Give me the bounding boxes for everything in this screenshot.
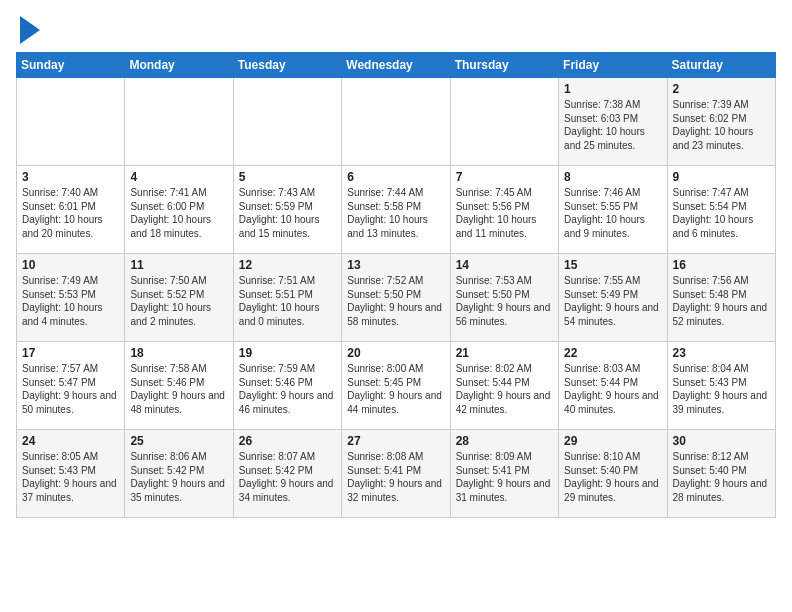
day-number: 16 (673, 258, 770, 272)
day-number: 8 (564, 170, 661, 184)
weekday-header-monday: Monday (125, 53, 233, 78)
day-number: 3 (22, 170, 119, 184)
day-info: Sunrise: 7:39 AM Sunset: 6:02 PM Dayligh… (673, 98, 770, 152)
day-info: Sunrise: 8:00 AM Sunset: 5:45 PM Dayligh… (347, 362, 444, 416)
weekday-header-saturday: Saturday (667, 53, 775, 78)
calendar-cell: 11Sunrise: 7:50 AM Sunset: 5:52 PM Dayli… (125, 254, 233, 342)
day-number: 13 (347, 258, 444, 272)
calendar-cell: 9Sunrise: 7:47 AM Sunset: 5:54 PM Daylig… (667, 166, 775, 254)
day-number: 1 (564, 82, 661, 96)
day-number: 22 (564, 346, 661, 360)
calendar-cell: 23Sunrise: 8:04 AM Sunset: 5:43 PM Dayli… (667, 342, 775, 430)
day-info: Sunrise: 7:49 AM Sunset: 5:53 PM Dayligh… (22, 274, 119, 328)
logo-arrow-icon (20, 16, 40, 44)
day-info: Sunrise: 7:57 AM Sunset: 5:47 PM Dayligh… (22, 362, 119, 416)
calendar-cell: 1Sunrise: 7:38 AM Sunset: 6:03 PM Daylig… (559, 78, 667, 166)
day-info: Sunrise: 8:09 AM Sunset: 5:41 PM Dayligh… (456, 450, 553, 504)
calendar-cell: 12Sunrise: 7:51 AM Sunset: 5:51 PM Dayli… (233, 254, 341, 342)
calendar-cell (125, 78, 233, 166)
page-header (16, 16, 776, 44)
weekday-header-tuesday: Tuesday (233, 53, 341, 78)
day-info: Sunrise: 7:44 AM Sunset: 5:58 PM Dayligh… (347, 186, 444, 240)
calendar-week-2: 3Sunrise: 7:40 AM Sunset: 6:01 PM Daylig… (17, 166, 776, 254)
day-number: 23 (673, 346, 770, 360)
calendar-week-3: 10Sunrise: 7:49 AM Sunset: 5:53 PM Dayli… (17, 254, 776, 342)
day-number: 11 (130, 258, 227, 272)
day-info: Sunrise: 8:04 AM Sunset: 5:43 PM Dayligh… (673, 362, 770, 416)
calendar-cell: 14Sunrise: 7:53 AM Sunset: 5:50 PM Dayli… (450, 254, 558, 342)
day-number: 25 (130, 434, 227, 448)
weekday-header-sunday: Sunday (17, 53, 125, 78)
logo-text (16, 16, 40, 44)
day-info: Sunrise: 7:38 AM Sunset: 6:03 PM Dayligh… (564, 98, 661, 152)
calendar-cell: 28Sunrise: 8:09 AM Sunset: 5:41 PM Dayli… (450, 430, 558, 518)
calendar-cell: 15Sunrise: 7:55 AM Sunset: 5:49 PM Dayli… (559, 254, 667, 342)
logo (16, 16, 40, 44)
day-number: 20 (347, 346, 444, 360)
calendar-week-4: 17Sunrise: 7:57 AM Sunset: 5:47 PM Dayli… (17, 342, 776, 430)
day-info: Sunrise: 7:58 AM Sunset: 5:46 PM Dayligh… (130, 362, 227, 416)
day-number: 19 (239, 346, 336, 360)
calendar-body: 1Sunrise: 7:38 AM Sunset: 6:03 PM Daylig… (17, 78, 776, 518)
weekday-header-thursday: Thursday (450, 53, 558, 78)
day-number: 10 (22, 258, 119, 272)
calendar-cell: 20Sunrise: 8:00 AM Sunset: 5:45 PM Dayli… (342, 342, 450, 430)
calendar-table: SundayMondayTuesdayWednesdayThursdayFrid… (16, 52, 776, 518)
day-number: 9 (673, 170, 770, 184)
calendar-cell: 6Sunrise: 7:44 AM Sunset: 5:58 PM Daylig… (342, 166, 450, 254)
day-number: 24 (22, 434, 119, 448)
calendar-week-5: 24Sunrise: 8:05 AM Sunset: 5:43 PM Dayli… (17, 430, 776, 518)
day-info: Sunrise: 7:43 AM Sunset: 5:59 PM Dayligh… (239, 186, 336, 240)
day-number: 7 (456, 170, 553, 184)
calendar-cell: 5Sunrise: 7:43 AM Sunset: 5:59 PM Daylig… (233, 166, 341, 254)
calendar-cell: 27Sunrise: 8:08 AM Sunset: 5:41 PM Dayli… (342, 430, 450, 518)
calendar-cell: 7Sunrise: 7:45 AM Sunset: 5:56 PM Daylig… (450, 166, 558, 254)
day-info: Sunrise: 8:08 AM Sunset: 5:41 PM Dayligh… (347, 450, 444, 504)
day-number: 29 (564, 434, 661, 448)
day-info: Sunrise: 7:41 AM Sunset: 6:00 PM Dayligh… (130, 186, 227, 240)
day-number: 21 (456, 346, 553, 360)
calendar-cell: 26Sunrise: 8:07 AM Sunset: 5:42 PM Dayli… (233, 430, 341, 518)
calendar-cell: 25Sunrise: 8:06 AM Sunset: 5:42 PM Dayli… (125, 430, 233, 518)
day-info: Sunrise: 8:05 AM Sunset: 5:43 PM Dayligh… (22, 450, 119, 504)
calendar-cell: 29Sunrise: 8:10 AM Sunset: 5:40 PM Dayli… (559, 430, 667, 518)
day-info: Sunrise: 7:46 AM Sunset: 5:55 PM Dayligh… (564, 186, 661, 240)
day-info: Sunrise: 7:40 AM Sunset: 6:01 PM Dayligh… (22, 186, 119, 240)
day-number: 5 (239, 170, 336, 184)
day-number: 14 (456, 258, 553, 272)
calendar-cell (342, 78, 450, 166)
calendar-header: SundayMondayTuesdayWednesdayThursdayFrid… (17, 53, 776, 78)
day-info: Sunrise: 8:12 AM Sunset: 5:40 PM Dayligh… (673, 450, 770, 504)
calendar-cell: 13Sunrise: 7:52 AM Sunset: 5:50 PM Dayli… (342, 254, 450, 342)
calendar-cell: 16Sunrise: 7:56 AM Sunset: 5:48 PM Dayli… (667, 254, 775, 342)
calendar-cell (17, 78, 125, 166)
calendar-cell: 8Sunrise: 7:46 AM Sunset: 5:55 PM Daylig… (559, 166, 667, 254)
weekday-header-friday: Friday (559, 53, 667, 78)
day-info: Sunrise: 8:10 AM Sunset: 5:40 PM Dayligh… (564, 450, 661, 504)
day-number: 15 (564, 258, 661, 272)
calendar-week-1: 1Sunrise: 7:38 AM Sunset: 6:03 PM Daylig… (17, 78, 776, 166)
day-info: Sunrise: 7:50 AM Sunset: 5:52 PM Dayligh… (130, 274, 227, 328)
calendar-cell: 19Sunrise: 7:59 AM Sunset: 5:46 PM Dayli… (233, 342, 341, 430)
calendar-cell: 30Sunrise: 8:12 AM Sunset: 5:40 PM Dayli… (667, 430, 775, 518)
day-number: 12 (239, 258, 336, 272)
day-info: Sunrise: 8:07 AM Sunset: 5:42 PM Dayligh… (239, 450, 336, 504)
day-number: 30 (673, 434, 770, 448)
day-number: 18 (130, 346, 227, 360)
calendar-cell: 2Sunrise: 7:39 AM Sunset: 6:02 PM Daylig… (667, 78, 775, 166)
day-info: Sunrise: 7:52 AM Sunset: 5:50 PM Dayligh… (347, 274, 444, 328)
day-info: Sunrise: 7:56 AM Sunset: 5:48 PM Dayligh… (673, 274, 770, 328)
day-info: Sunrise: 7:59 AM Sunset: 5:46 PM Dayligh… (239, 362, 336, 416)
day-info: Sunrise: 7:53 AM Sunset: 5:50 PM Dayligh… (456, 274, 553, 328)
calendar-cell: 24Sunrise: 8:05 AM Sunset: 5:43 PM Dayli… (17, 430, 125, 518)
calendar-cell: 4Sunrise: 7:41 AM Sunset: 6:00 PM Daylig… (125, 166, 233, 254)
day-number: 6 (347, 170, 444, 184)
day-info: Sunrise: 8:02 AM Sunset: 5:44 PM Dayligh… (456, 362, 553, 416)
day-number: 2 (673, 82, 770, 96)
day-info: Sunrise: 7:55 AM Sunset: 5:49 PM Dayligh… (564, 274, 661, 328)
day-info: Sunrise: 7:45 AM Sunset: 5:56 PM Dayligh… (456, 186, 553, 240)
day-number: 17 (22, 346, 119, 360)
day-number: 27 (347, 434, 444, 448)
calendar-cell: 17Sunrise: 7:57 AM Sunset: 5:47 PM Dayli… (17, 342, 125, 430)
day-number: 26 (239, 434, 336, 448)
